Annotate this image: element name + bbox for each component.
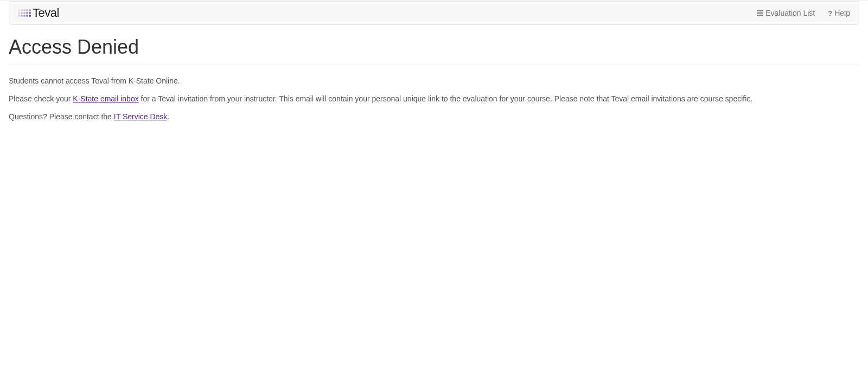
content: Access Denied Students cannot access Tev… <box>0 36 868 123</box>
paragraph-3: Questions? Please contact the IT Service… <box>9 111 859 123</box>
question-icon: ? <box>828 9 832 17</box>
kstate-email-link[interactable]: K-State email inbox <box>73 94 138 103</box>
list-icon <box>757 10 763 16</box>
p3-suffix: . <box>167 112 169 121</box>
help-label: Help <box>834 9 850 17</box>
brand-text: Teval <box>33 6 59 20</box>
svg-rect-1 <box>757 12 763 14</box>
brand-dots-icon <box>18 9 31 17</box>
it-service-desk-link[interactable]: IT Service Desk <box>114 112 168 121</box>
svg-rect-2 <box>757 15 763 16</box>
nav-right: Evaluation List ? Help <box>757 9 850 17</box>
paragraph-2: Please check your K-State email inbox fo… <box>9 93 859 105</box>
svg-rect-0 <box>757 10 763 11</box>
brand[interactable]: Teval <box>18 4 59 22</box>
title-divider <box>9 64 859 65</box>
page-title: Access Denied <box>9 36 859 59</box>
p2-prefix: Please check your <box>9 94 73 103</box>
evaluation-list-link[interactable]: Evaluation List <box>757 9 815 17</box>
help-link[interactable]: ? Help <box>828 9 850 17</box>
paragraph-1: Students cannot access Teval from K-Stat… <box>9 75 859 87</box>
navbar: Teval Evaluation List ? Help <box>9 1 859 25</box>
p2-suffix: for a Teval invitation from your instruc… <box>139 94 752 103</box>
evaluation-list-label: Evaluation List <box>765 9 815 17</box>
p3-prefix: Questions? Please contact the <box>9 112 114 121</box>
